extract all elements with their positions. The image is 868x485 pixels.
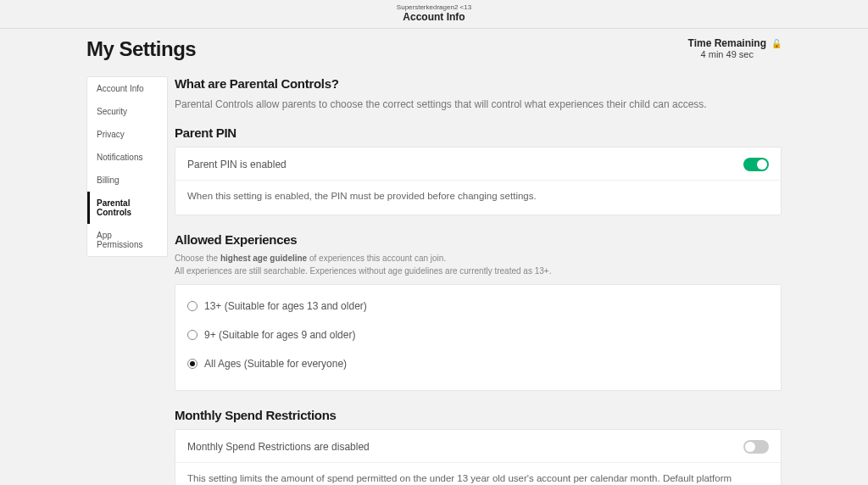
timer-value: 4 min 49 sec — [688, 49, 766, 59]
radio-icon — [187, 301, 198, 311]
spend-desc: This setting limits the amount of spend … — [187, 471, 769, 485]
intro-heading: What are Parental Controls? — [175, 76, 782, 91]
lock-icon: 🔓 — [771, 39, 782, 48]
allowed-sub1: Choose the highest age guideline of expe… — [175, 254, 782, 263]
top-bar: Supersterkedragen2 <13 Account Info — [0, 0, 868, 29]
session-timer: Time Remaining 4 min 49 sec 🔓 — [688, 37, 782, 59]
age-option-label: 13+ (Suitable for ages 13 and older) — [204, 300, 367, 312]
age-option-label: All Ages (Suitable for everyone) — [204, 358, 347, 370]
intro-body: Parental Controls allow parents to choos… — [175, 98, 782, 112]
pin-card: Parent PIN is enabled When this setting … — [175, 147, 782, 215]
spend-card: Monthly Spend Restrictions are disabled … — [175, 429, 782, 485]
age-option[interactable]: 9+ (Suitable for ages 9 and older) — [187, 321, 769, 349]
age-option[interactable]: 13+ (Suitable for ages 13 and older) — [187, 292, 769, 321]
pin-status: Parent PIN is enabled — [187, 159, 287, 170]
pin-desc: When this setting is enabled, the PIN mu… — [187, 189, 769, 203]
breadcrumb-title: Account Info — [0, 11, 868, 23]
allowed-heading: Allowed Experiences — [175, 232, 782, 247]
timer-label: Time Remaining — [688, 37, 766, 49]
age-option[interactable]: All Ages (Suitable for everyone) — [187, 349, 769, 378]
sidebar-item-billing[interactable]: Billing — [87, 169, 167, 192]
pin-toggle[interactable] — [743, 158, 769, 171]
breadcrumb-small: Supersterkedragen2 <13 — [0, 3, 868, 11]
page-title: My Settings — [86, 37, 196, 61]
settings-sidebar: Account InfoSecurityPrivacyNotifications… — [86, 76, 168, 257]
pin-heading: Parent PIN — [175, 125, 782, 140]
sidebar-item-app-permissions[interactable]: App Permissions — [87, 224, 167, 256]
sidebar-item-parental-controls[interactable]: Parental Controls — [87, 192, 167, 224]
allowed-sub2: All experiences are still searchable. Ex… — [175, 266, 782, 276]
sidebar-item-notifications[interactable]: Notifications — [87, 146, 167, 169]
radio-icon — [187, 330, 198, 340]
allowed-card: 13+ (Suitable for ages 13 and older)9+ (… — [175, 284, 782, 391]
radio-icon — [187, 359, 198, 369]
age-option-label: 9+ (Suitable for ages 9 and older) — [204, 329, 355, 341]
sidebar-item-privacy[interactable]: Privacy — [87, 123, 167, 146]
spend-toggle[interactable] — [743, 440, 769, 454]
spend-heading: Monthly Spend Restrictions — [175, 408, 782, 422]
sidebar-item-security[interactable]: Security — [87, 100, 167, 123]
sidebar-item-account-info[interactable]: Account Info — [87, 77, 167, 100]
spend-status: Monthly Spend Restrictions are disabled — [187, 441, 370, 453]
